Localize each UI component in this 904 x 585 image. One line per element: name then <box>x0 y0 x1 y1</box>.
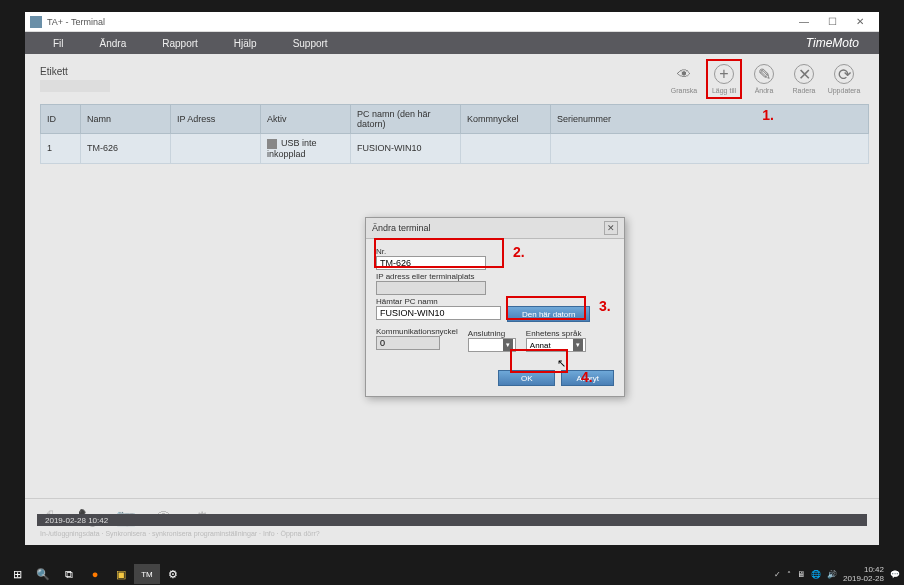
tray-network-icon[interactable]: 🌐 <box>811 570 821 579</box>
plus-icon: + <box>714 64 734 84</box>
taskview-button[interactable]: ⧉ <box>56 564 82 584</box>
eye-icon: 👁 <box>674 64 694 84</box>
dialog-titlebar[interactable]: Ändra terminal ✕ <box>366 218 624 239</box>
etikett-field[interactable] <box>40 80 110 92</box>
usb-icon <box>267 139 277 149</box>
annotation-2: 2. <box>513 244 525 260</box>
terminals-table: ID Namn IP Adress Aktiv PC namn (den här… <box>40 104 869 164</box>
app-icon <box>30 16 42 28</box>
th-pc[interactable]: PC namn (den här datorn) <box>351 105 461 134</box>
menu-fil[interactable]: Fil <box>35 32 82 54</box>
brand-label: TimeMoto <box>806 36 869 50</box>
dialog-close-button[interactable]: ✕ <box>604 221 618 235</box>
tray-notifications-icon[interactable]: 💬 <box>890 570 900 579</box>
nr-label: Nr. <box>376 247 614 256</box>
th-ip[interactable]: IP Adress <box>171 105 261 134</box>
refresh-icon: ⟳ <box>834 64 854 84</box>
maximize-button[interactable]: ☐ <box>818 13 846 31</box>
menu-rapport[interactable]: Rapport <box>144 32 216 54</box>
taskbar: ⊞ 🔍 ⧉ ● ▣ TM ⚙ ✓ ˄ 🖥 🌐 🔊 10:42 2019-02-2… <box>0 563 904 585</box>
app-taskbar-icon[interactable]: TM <box>134 564 160 584</box>
tray-chevron-icon[interactable]: ˄ <box>787 570 791 579</box>
ip-label: IP adress eller terminalplats <box>376 272 614 281</box>
tray-icon[interactable]: ✓ <box>774 570 781 579</box>
komm-input[interactable]: 0 <box>376 336 440 350</box>
th-namn[interactable]: Namn <box>81 105 171 134</box>
start-button[interactable]: ⊞ <box>4 564 30 584</box>
th-komm[interactable]: Kommnyckel <box>461 105 551 134</box>
close-button[interactable]: ✕ <box>846 13 874 31</box>
minimize-button[interactable]: — <box>790 13 818 31</box>
menubar: Fil Ändra Rapport Hjälp Support TimeMoto <box>25 32 879 54</box>
browser-icon[interactable]: ● <box>82 564 108 584</box>
refresh-button[interactable]: ⟳ Uppdatera <box>826 59 862 99</box>
komm-label: Kommunikationsnyckel <box>376 327 458 336</box>
toolbar: Etikett 👁 Granska + Lägg till ✎ Ändra ✕ … <box>25 54 879 104</box>
th-aktiv[interactable]: Aktiv <box>261 105 351 134</box>
tray-volume-icon[interactable]: 🔊 <box>827 570 837 579</box>
add-button[interactable]: + Lägg till <box>706 59 742 99</box>
ansl-label: Anslutning <box>468 329 516 338</box>
clock[interactable]: 10:42 2019-02-28 <box>843 565 884 583</box>
x-icon: ✕ <box>794 64 814 84</box>
ok-button[interactable]: OK <box>498 370 556 386</box>
th-serie[interactable]: Serienummer <box>551 105 869 134</box>
menu-hjalp[interactable]: Hjälp <box>216 32 275 54</box>
tray-display-icon[interactable]: 🖥 <box>797 570 805 579</box>
ip-input[interactable] <box>376 281 486 295</box>
window-title: TA+ - Terminal <box>47 17 105 27</box>
cursor-icon: ↖ <box>557 357 566 370</box>
this-pc-button[interactable]: Den här datorn <box>507 306 590 322</box>
pc-input[interactable]: FUSION-WIN10 <box>376 306 501 320</box>
annotation-3: 3. <box>599 298 611 314</box>
edit-button[interactable]: ✎ Ändra <box>746 59 782 99</box>
status-bar: 2019-02-28 10:42 <box>37 514 867 526</box>
sprak-dropdown[interactable]: Annat <box>526 338 586 352</box>
nr-input[interactable]: TM-626 <box>376 256 486 270</box>
annotation-1: 1. <box>762 107 774 123</box>
th-id[interactable]: ID <box>41 105 81 134</box>
review-button[interactable]: 👁 Granska <box>666 59 702 99</box>
sprak-label: Enhetens språk <box>526 329 586 338</box>
anslutning-dropdown[interactable] <box>468 338 516 352</box>
delete-button[interactable]: ✕ Radera <box>786 59 822 99</box>
window-titlebar: TA+ - Terminal — ☐ ✕ <box>25 12 879 32</box>
menu-support[interactable]: Support <box>275 32 346 54</box>
settings-icon[interactable]: ⚙ <box>160 564 186 584</box>
edit-icon: ✎ <box>754 64 774 84</box>
footer-text: In-/utloggningsdata · Synkronisera · syn… <box>40 530 864 537</box>
table-row[interactable]: 1 TM-626 USB inte inkopplad FUSION-WIN10 <box>41 134 869 164</box>
pc-label: Hämtar PC namn <box>376 297 614 306</box>
etikett-label: Etikett <box>40 66 110 77</box>
files-icon[interactable]: ▣ <box>108 564 134 584</box>
search-button[interactable]: 🔍 <box>30 564 56 584</box>
menu-andra[interactable]: Ändra <box>82 32 145 54</box>
annotation-4: 4. <box>581 369 593 385</box>
